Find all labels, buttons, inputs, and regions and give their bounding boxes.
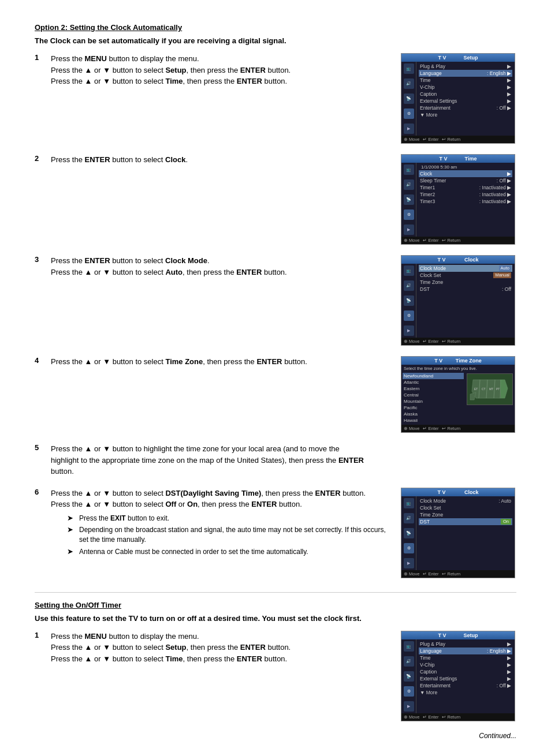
tz-pacific: Pacific bbox=[403, 405, 464, 411]
timezone-subtitle: Select the time zone in which you live. bbox=[401, 365, 515, 372]
section-subtitle: The Clock can be set automatically if yo… bbox=[35, 36, 516, 45]
more-item2: ▼ More bbox=[419, 689, 512, 696]
note-text-1: Press the EXIT button to exit. bbox=[79, 514, 169, 523]
clock-set-item: Clock Set Manual bbox=[419, 272, 512, 279]
step-3-row: 3 Press the ENTER button to select Clock… bbox=[35, 255, 516, 346]
setup-menu-sidebar2: 📺 🔊 📡 ⚙ ▶ bbox=[401, 639, 416, 713]
dst-menu-footer: ⊕ Move↵ Enter↩ Return bbox=[401, 570, 515, 578]
setup-icon: ⚙ bbox=[404, 108, 414, 119]
setup-menu-footer: ⊕ Move↵ Enter↩ Return bbox=[401, 136, 515, 143]
step-5-number: 5 bbox=[35, 443, 51, 452]
time-item: Time▶ bbox=[419, 77, 512, 84]
picture-icon7: 📺 bbox=[404, 641, 414, 652]
step-2-row: 2 Press the ENTER button to select Clock… bbox=[35, 154, 516, 245]
section2-subtitle: Use this feature to set the TV to turn o… bbox=[35, 614, 516, 623]
note-text-2: Depending on the broadcast station and s… bbox=[79, 525, 395, 545]
caption-item: Caption▶ bbox=[419, 91, 512, 98]
channel-icon3: 📡 bbox=[404, 295, 414, 306]
channel-icon6: 📡 bbox=[404, 528, 414, 538]
step-6-image: T V Clock 📺 🔊 📡 ⚙ ▶ Clock Mode: Auto Clo… bbox=[401, 488, 516, 578]
note-exit: ➤ Press the EXIT button to exit. bbox=[67, 514, 395, 523]
external-settings-item: External Settings▶ bbox=[419, 98, 512, 104]
setup-icon3: ⚙ bbox=[404, 310, 414, 321]
dst-menu-tv: T V Clock 📺 🔊 📡 ⚙ ▶ Clock Mode: Auto Clo… bbox=[401, 488, 515, 578]
channel-icon2: 📡 bbox=[404, 194, 414, 205]
setup-menu-title: T V Setup bbox=[401, 54, 515, 62]
language-item: Language: English ▶ bbox=[419, 70, 512, 77]
step-4-number: 4 bbox=[35, 356, 51, 365]
step-4-row: 4 Press the ▲ or ▼ button to select Time… bbox=[35, 356, 516, 433]
note-text-3: Antenna or Cable must be connected in or… bbox=[79, 547, 308, 557]
step-2-number: 2 bbox=[35, 154, 51, 163]
time-menu-content: 1/1/2008 5:30 am Clock▶ Sleep Timer: Off… bbox=[416, 163, 515, 237]
more-item: ▼ More bbox=[419, 111, 512, 118]
time-menu-sidebar: 📺 🔊 📡 ⚙ ▶ bbox=[401, 163, 416, 237]
dst-item: DST: Off bbox=[419, 286, 512, 293]
tz-hawaii: Hawaii bbox=[403, 417, 464, 424]
step-5-row: 5 Press the ▲ or ▼ button to highlight t… bbox=[35, 443, 516, 477]
plug-play-item: Plug & Play▶ bbox=[419, 63, 512, 70]
setup-menu-tv2: T V Setup 📺 🔊 📡 ⚙ ▶ Plug & Play▶ Languag… bbox=[401, 631, 515, 721]
dst-clock-set: Clock Set bbox=[419, 504, 512, 511]
step-3-number: 3 bbox=[35, 255, 51, 264]
sound-icon3: 🔊 bbox=[404, 280, 414, 291]
tz-alaska: Alaska bbox=[403, 411, 464, 417]
step-4-content: Press the ▲ or ▼ button to select Time Z… bbox=[51, 356, 401, 368]
timer3-item: Timer3: Inactivated ▶ bbox=[419, 198, 512, 205]
setup-menu-title2: T V Setup bbox=[401, 631, 515, 639]
time-menu-tv: T V Time 📺 🔊 📡 ⚙ ▶ 1/1/2008 5:30 am Cloc… bbox=[401, 154, 515, 245]
step-1-number: 1 bbox=[35, 53, 51, 62]
tz-eastern: Eastern bbox=[403, 386, 464, 392]
channel-icon: 📡 bbox=[404, 93, 414, 104]
dst-time-zone: Time Zone bbox=[419, 511, 512, 518]
dst-menu-sidebar: 📺 🔊 📡 ⚙ ▶ bbox=[401, 496, 416, 570]
step-5-content: Press the ▲ or ▼ button to highlight the… bbox=[51, 443, 374, 477]
note-arrow-1: ➤ bbox=[67, 514, 76, 522]
timezone-body: Newfoundland Atlantic Eastern Central Mo… bbox=[401, 372, 515, 425]
step-1-row: 1 Press the MENU button to display the m… bbox=[35, 53, 516, 144]
step-1-image: T V Setup 📺 🔊 📡 ⚙ ▶ Plug & Play▶ Languag… bbox=[401, 53, 516, 144]
section2-step-1-number: 1 bbox=[35, 631, 51, 639]
entertainment-item: Entertainment: Off ▶ bbox=[419, 104, 512, 111]
sound-icon7: 🔊 bbox=[404, 656, 414, 667]
clock-mode-item: Clock Mode Auto bbox=[419, 265, 512, 272]
external-settings-item2: External Settings▶ bbox=[419, 675, 512, 682]
sound-icon2: 🔊 bbox=[404, 179, 414, 190]
setup-menu-tv: T V Setup 📺 🔊 📡 ⚙ ▶ Plug & Play▶ Languag… bbox=[401, 53, 515, 144]
dst-clock-mode: Clock Mode: Auto bbox=[419, 497, 512, 504]
section2-step-1-row: 1 Press the MENU button to display the m… bbox=[35, 631, 516, 721]
input-icon: ▶ bbox=[404, 123, 414, 134]
tz-central: Central bbox=[403, 392, 464, 398]
step-1-content: Press the MENU button to display the men… bbox=[51, 53, 401, 87]
step-2-image: T V Time 📺 🔊 📡 ⚙ ▶ 1/1/2008 5:30 am Cloc… bbox=[401, 154, 516, 245]
step-6-number: 6 bbox=[35, 488, 51, 496]
tz-atlantic: Atlantic bbox=[403, 379, 464, 386]
tz-mountain: Mountain bbox=[403, 398, 464, 405]
timer1-item: Timer1: Inactivated ▶ bbox=[419, 184, 512, 191]
plug-play-item2: Plug & Play▶ bbox=[419, 641, 512, 648]
section2-step-1-image: T V Setup 📺 🔊 📡 ⚙ ▶ Plug & Play▶ Languag… bbox=[401, 631, 516, 721]
timezone-list: Newfoundland Atlantic Eastern Central Mo… bbox=[401, 372, 465, 425]
section-title: Option 2: Setting the Clock Automaticall… bbox=[35, 23, 516, 32]
language-item2: Language: English ▶ bbox=[419, 648, 512, 654]
clock-menu-tv: T V Clock 📺 🔊 📡 ⚙ ▶ Clock Mode Auto bbox=[401, 255, 515, 346]
note-broadcast: ➤ Depending on the broadcast station and… bbox=[67, 525, 395, 545]
setup-icon7: ⚙ bbox=[404, 686, 414, 697]
svg-text:MT: MT bbox=[489, 387, 493, 391]
sound-icon6: 🔊 bbox=[404, 513, 414, 523]
input-icon2: ▶ bbox=[404, 224, 414, 235]
dst-dst-item: DST On bbox=[419, 518, 512, 525]
note-arrow-2: ➤ bbox=[67, 525, 76, 534]
clock-menu-footer: ⊕ Move↵ Enter↩ Return bbox=[401, 338, 515, 345]
time-item2: Time▶ bbox=[419, 654, 512, 661]
setup-icon2: ⚙ bbox=[404, 209, 414, 220]
setup-menu-content2: Plug & Play▶ Language: English ▶ Time▶ V… bbox=[416, 639, 515, 713]
step-6-content: Press the ▲ or ▼ button to select DST(Da… bbox=[51, 488, 401, 559]
continued-text: Continued... bbox=[35, 732, 516, 740]
clock-menu-sidebar: 📺 🔊 📡 ⚙ ▶ bbox=[401, 264, 416, 338]
clock-menu-content: Clock Mode Auto Clock Set Manual Time Zo… bbox=[416, 264, 515, 338]
timezone-map: ET CT MT PT bbox=[467, 373, 513, 405]
dst-menu-title: T V Clock bbox=[401, 488, 515, 496]
section2-title: Setting the On/Off Timer bbox=[35, 601, 516, 609]
picture-icon2: 📺 bbox=[404, 164, 414, 175]
